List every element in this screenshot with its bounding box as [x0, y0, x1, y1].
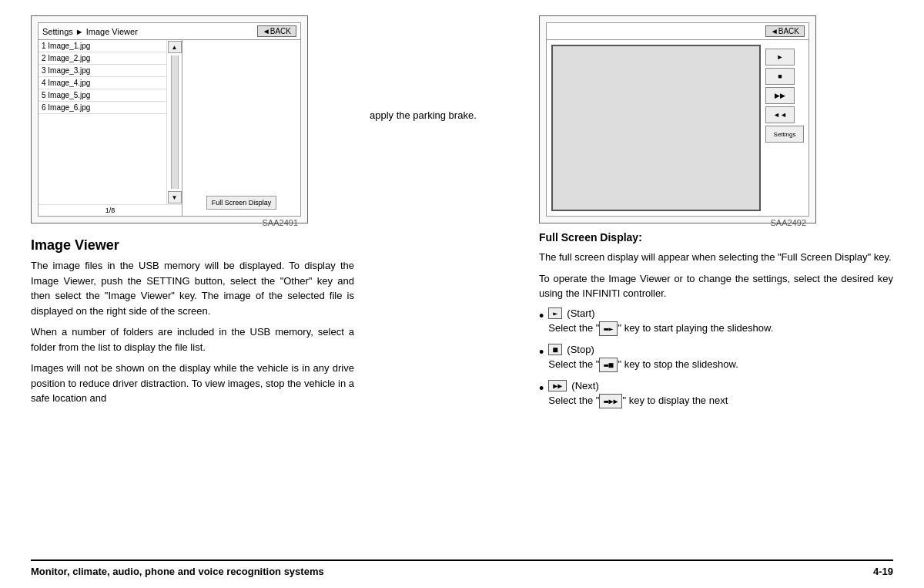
bullet-header-start: ► (Start): [548, 307, 893, 319]
section-para-2: When a number of folders are included in…: [31, 324, 354, 354]
ui-body-left: 1 Image_1.jpg 2 Image_2.jpg 3 Image_3.jp…: [38, 40, 300, 216]
ui-header-left: Settings ► Image Viewer ◄BACK: [38, 23, 300, 40]
file-list: 1 Image_1.jpg 2 Image_2.jpg 3 Image_3.jp…: [38, 40, 182, 216]
next-key-icon: ▶▶: [548, 380, 567, 391]
inline-next-icon: ▬▶▶: [599, 394, 622, 408]
ui-inner-left: Settings ► Image Viewer ◄BACK 1 Image_1.…: [38, 22, 301, 217]
bullet-dot: •: [539, 381, 544, 395]
display-preview: [551, 45, 761, 211]
footer: Monitor, climate, audio, phone and voice…: [31, 559, 893, 580]
middle-column: apply the parking brake.: [370, 15, 524, 559]
screenshot-left: Settings ► Image Viewer ◄BACK 1 Image_1.…: [31, 15, 308, 223]
start-desc: Select the "▬►" key to start playing the…: [548, 321, 893, 336]
bullet-list: • ► (Start) Select the "▬►" key to start…: [539, 307, 893, 416]
page-indicator: 1/8: [38, 204, 182, 216]
scroll-down-button[interactable]: ▼: [168, 191, 182, 203]
saa-label-left: SAA2491: [38, 217, 301, 229]
page-container: Settings ► Image Viewer ◄BACK 1 Image_1.…: [0, 0, 924, 588]
bullet-item-start: • ► (Start) Select the "▬►" key to start…: [539, 307, 893, 336]
section-title-right: Full Screen Display:: [539, 231, 893, 244]
stop-key-label: (Stop): [567, 344, 594, 355]
footer-text: Monitor, climate, audio, phone and voice…: [31, 566, 324, 577]
bullet-header-stop: ■ (Stop): [548, 344, 893, 355]
scroll-up-button[interactable]: ▲: [168, 41, 182, 53]
ui-body-right: ► ■ ▶▶ ◄◄ Settings: [547, 40, 808, 216]
footer-page: 4-19: [873, 566, 893, 577]
next-key-label: (Next): [571, 380, 598, 391]
stop-button[interactable]: ■: [765, 68, 795, 85]
left-column: Settings ► Image Viewer ◄BACK 1 Image_1.…: [31, 15, 354, 559]
next-button[interactable]: ▶▶: [765, 87, 795, 104]
list-item[interactable]: 4 Image_4.jpg: [38, 77, 166, 89]
start-key-icon: ►: [548, 307, 562, 319]
bullet-content-next: ▶▶ (Next) Select the "▬▶▶" key to displa…: [548, 380, 893, 408]
section-para-1: The image files in the USB memory will b…: [31, 258, 354, 318]
list-item[interactable]: 6 Image_6.jpg: [38, 102, 166, 114]
back-button-right[interactable]: ◄BACK: [765, 25, 805, 37]
section-para-right-2: To operate the Image Viewer or to change…: [539, 271, 893, 301]
stop-key-icon: ■: [548, 344, 562, 355]
play-button[interactable]: ►: [765, 49, 795, 66]
bullet-content-stop: ■ (Stop) Select the "▬■" key to stop the…: [548, 344, 893, 372]
list-item[interactable]: 5 Image_5.jpg: [38, 89, 166, 102]
screenshot-right: ◄BACK ► ■ ▶▶ ◄◄ Settings SAA2492: [539, 15, 816, 223]
inline-stop-icon: ▬■: [599, 358, 618, 372]
bullet-item-stop: • ■ (Stop) Select the "▬■" key to stop t…: [539, 344, 893, 372]
scroll-controls: ▲ ▼: [166, 40, 182, 204]
ui-header-right: ◄BACK: [547, 23, 808, 40]
full-screen-display-button[interactable]: Full Screen Display: [206, 196, 277, 210]
start-key-label: (Start): [567, 307, 594, 319]
settings-button[interactable]: Settings: [765, 126, 804, 143]
ui-breadcrumb: Settings ► Image Viewer: [42, 27, 138, 36]
file-list-items: 1 Image_1.jpg 2 Image_2.jpg 3 Image_3.jp…: [38, 40, 166, 204]
bullet-dot: •: [539, 345, 544, 359]
section-para-3: Images will not be shown on the display …: [31, 361, 354, 406]
section-title-left: Image Viewer: [31, 237, 354, 254]
right-column: ◄BACK ► ■ ▶▶ ◄◄ Settings SAA2492: [539, 15, 893, 559]
bullet-content-start: ► (Start) Select the "▬►" key to start p…: [548, 307, 893, 336]
bullet-item-next: • ▶▶ (Next) Select the "▬▶▶" key to disp…: [539, 380, 893, 408]
list-item[interactable]: 2 Image_2.jpg: [38, 52, 166, 65]
file-list-inner: 1 Image_1.jpg 2 Image_2.jpg 3 Image_3.jp…: [38, 40, 182, 204]
main-content: Settings ► Image Viewer ◄BACK 1 Image_1.…: [31, 15, 893, 559]
apply-text: apply the parking brake.: [370, 15, 524, 123]
bullet-dot: •: [539, 309, 544, 323]
prev-button[interactable]: ◄◄: [765, 106, 795, 123]
next-desc: Select the "▬▶▶" key to display the next: [548, 393, 893, 408]
saa-label-right: SAA2492: [546, 217, 809, 229]
right-controls: ► ■ ▶▶ ◄◄ Settings: [765, 45, 804, 211]
stop-desc: Select the "▬■" key to stop the slidesho…: [548, 357, 893, 372]
preview-area: Full Screen Display: [182, 40, 300, 216]
list-item[interactable]: 1 Image_1.jpg: [38, 40, 166, 52]
inline-start-icon: ▬►: [599, 321, 618, 336]
ui-inner-right: ◄BACK ► ■ ▶▶ ◄◄ Settings: [546, 22, 809, 217]
bullet-header-next: ▶▶ (Next): [548, 380, 893, 391]
list-item[interactable]: 3 Image_3.jpg: [38, 65, 166, 77]
section-para-right-1: The full screen display will appear when…: [539, 250, 893, 265]
back-button-left[interactable]: ◄BACK: [257, 25, 296, 37]
